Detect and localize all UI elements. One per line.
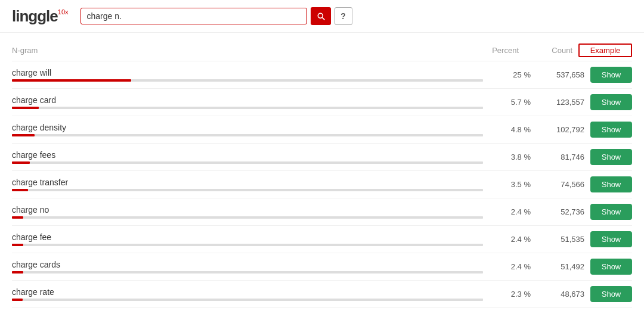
table-row: charge card 5.7 % 123,557 Show <box>12 89 632 116</box>
search-button[interactable] <box>311 7 331 25</box>
show-button[interactable]: Show <box>590 122 632 138</box>
count-cell: 537,658 <box>531 70 584 79</box>
ngram-label: charge fee <box>12 232 483 242</box>
bar-container <box>12 134 483 136</box>
logo-sup: 10x <box>58 8 69 15</box>
percent-cell: 2.3 % <box>483 290 531 299</box>
show-button[interactable]: Show <box>590 67 632 83</box>
show-button[interactable]: Show <box>590 204 632 220</box>
bar-container <box>12 244 483 246</box>
show-button[interactable]: Show <box>590 259 632 275</box>
count-cell: 48,673 <box>531 290 584 299</box>
search-icon <box>316 11 326 21</box>
help-button[interactable]: ? <box>335 7 352 25</box>
percent-cell: 25 % <box>483 70 531 79</box>
bar-container <box>12 79 483 82</box>
logo-text: linggle <box>12 7 58 26</box>
count-cell: 81,746 <box>531 153 584 161</box>
bar-container <box>12 107 483 109</box>
bar-gray <box>28 189 483 191</box>
col-header-ngram: N-gram <box>12 46 471 55</box>
show-button[interactable]: Show <box>590 176 632 192</box>
search-input[interactable] <box>80 8 307 24</box>
ngram-cell: charge rate <box>12 287 483 301</box>
percent-cell: 3.8 % <box>483 153 531 161</box>
results-table: charge will 25 % 537,658 Show charge car… <box>12 61 632 308</box>
bar-red <box>12 299 23 301</box>
bar-gray <box>35 134 483 136</box>
ngram-cell: charge cards <box>12 260 483 274</box>
ngram-cell: charge fees <box>12 150 483 164</box>
ngram-label: charge transfer <box>12 178 483 187</box>
count-cell: 51,535 <box>531 235 584 244</box>
bar-red <box>12 189 28 191</box>
table-row: charge fee 2.4 % 51,535 Show <box>12 226 632 253</box>
logo: linggle 10x <box>12 7 69 26</box>
show-button[interactable]: Show <box>590 231 632 247</box>
bar-red <box>12 216 23 219</box>
bar-gray <box>23 271 483 274</box>
percent-cell: 5.7 % <box>483 98 531 107</box>
bar-gray <box>23 216 483 219</box>
header: linggle 10x ? <box>0 0 644 33</box>
bar-gray <box>23 299 483 301</box>
count-cell: 123,557 <box>531 98 584 107</box>
table-row: charge will 25 % 537,658 Show <box>12 61 632 89</box>
table-row: charge cards 2.4 % 51,492 Show <box>12 253 632 281</box>
ngram-label: charge card <box>12 95 483 105</box>
bar-red <box>12 107 39 109</box>
ngram-label: charge will <box>12 68 483 77</box>
ngram-cell: charge density <box>12 123 483 136</box>
table-row: charge transfer 3.5 % 74,566 Show <box>12 171 632 198</box>
ngram-cell: charge fee <box>12 232 483 246</box>
percent-cell: 2.4 % <box>483 207 531 216</box>
main-content: N-gram Percent Count Example charge will… <box>0 33 644 314</box>
ngram-label: charge cards <box>12 260 483 269</box>
col-header-example: Example <box>578 43 632 57</box>
bar-gray <box>39 107 483 109</box>
percent-cell: 4.8 % <box>483 125 531 134</box>
percent-cell: 3.5 % <box>483 180 531 189</box>
col-header-percent: Percent <box>471 46 519 55</box>
show-button[interactable]: Show <box>590 149 632 165</box>
bar-gray <box>23 244 483 246</box>
percent-cell: 2.4 % <box>483 235 531 244</box>
table-row: charge density 4.8 % 102,792 Show <box>12 116 632 144</box>
percent-cell: 2.4 % <box>483 262 531 271</box>
ngram-label: charge no <box>12 205 483 215</box>
count-cell: 51,492 <box>531 262 584 271</box>
table-row: charge rate 2.3 % 48,673 Show <box>12 281 632 308</box>
bar-container <box>12 271 483 274</box>
bar-gray <box>30 161 483 164</box>
ngram-label: charge fees <box>12 150 483 160</box>
bar-red <box>12 79 131 82</box>
bar-red <box>12 134 35 136</box>
show-button[interactable]: Show <box>590 286 632 302</box>
bar-container <box>12 299 483 301</box>
column-headers: N-gram Percent Count Example <box>12 39 632 61</box>
bar-red <box>12 161 30 164</box>
table-row: charge fees 3.8 % 81,746 Show <box>12 144 632 171</box>
search-bar: ? <box>80 7 352 25</box>
bar-container <box>12 189 483 191</box>
ngram-cell: charge will <box>12 68 483 82</box>
ngram-cell: charge no <box>12 205 483 219</box>
ngram-label: charge rate <box>12 287 483 297</box>
ngram-label: charge density <box>12 123 483 132</box>
ngram-cell: charge transfer <box>12 178 483 191</box>
bar-container <box>12 216 483 219</box>
bar-container <box>12 161 483 164</box>
show-button[interactable]: Show <box>590 94 632 110</box>
count-cell: 74,566 <box>531 180 584 189</box>
ngram-cell: charge card <box>12 95 483 109</box>
bar-red <box>12 244 23 246</box>
bar-gray <box>131 79 483 82</box>
table-row: charge no 2.4 % 52,736 Show <box>12 198 632 226</box>
col-header-count: Count <box>519 46 572 55</box>
bar-red <box>12 271 23 274</box>
count-cell: 102,792 <box>531 125 584 134</box>
count-cell: 52,736 <box>531 207 584 216</box>
